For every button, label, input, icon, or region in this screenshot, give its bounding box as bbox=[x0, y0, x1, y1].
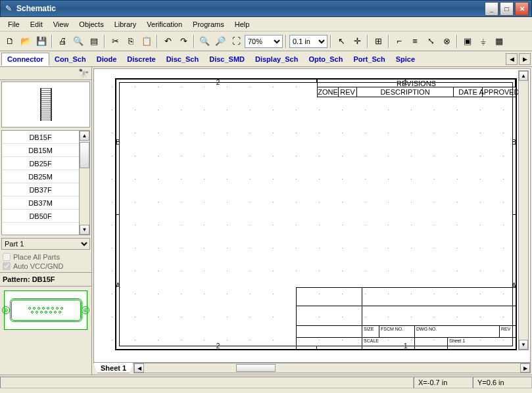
canvas-hscroll: Sheet 1 ◀ ▶ bbox=[93, 363, 531, 373]
binoculars-icon[interactable]: 🔭 bbox=[78, 68, 89, 78]
crosshair-icon[interactable]: ✛ bbox=[350, 34, 364, 49]
part-dropdown[interactable]: Part 1 bbox=[1, 238, 90, 250]
list-item[interactable]: DB15F bbox=[2, 131, 79, 144]
place-all-check[interactable]: Place All Parts bbox=[3, 252, 89, 262]
part-preview bbox=[1, 81, 90, 127]
zoom-window-icon[interactable]: ⛶ bbox=[229, 34, 243, 49]
options: Place All Parts Auto VCC/GND bbox=[0, 251, 91, 272]
menu-file[interactable]: File bbox=[3, 19, 25, 30]
tab-connector[interactable]: Connector bbox=[1, 53, 49, 66]
window-title: Schematic bbox=[16, 4, 483, 13]
zoom-in-icon[interactable]: 🔍 bbox=[197, 34, 212, 49]
col-label: 2 bbox=[216, 79, 220, 86]
schematic-canvas[interactable]: 2 1 2 1 B B A A REVISIONS bbox=[94, 69, 530, 362]
menu-edit[interactable]: Edit bbox=[25, 19, 48, 30]
scroll-right-icon[interactable]: ▶ bbox=[520, 363, 530, 373]
minimize-button[interactable]: _ bbox=[485, 2, 498, 16]
tab-spice[interactable]: Spice bbox=[391, 53, 420, 65]
col-label: 2 bbox=[216, 342, 220, 350]
undo-icon[interactable]: ↶ bbox=[160, 34, 175, 49]
bus-icon[interactable]: ≡ bbox=[408, 34, 422, 49]
tab-con-sch[interactable]: Con_Sch bbox=[49, 53, 91, 65]
redo-icon[interactable]: ↷ bbox=[176, 34, 191, 49]
scroll-down-icon[interactable]: ▼ bbox=[519, 340, 528, 350]
scroll-up-icon[interactable]: ▲ bbox=[80, 131, 89, 141]
list-item[interactable]: DB15M bbox=[2, 144, 79, 157]
busentry-icon[interactable]: ⤡ bbox=[423, 34, 438, 49]
wire-icon[interactable]: ⌐ bbox=[392, 34, 406, 49]
list-item[interactable]: DB37M bbox=[2, 196, 79, 210]
component-icon[interactable]: ⊞ bbox=[371, 34, 385, 49]
scroll-thumb[interactable] bbox=[80, 142, 89, 168]
auto-vcc-check[interactable]: Auto VCC/GND bbox=[3, 262, 89, 271]
preview-icon[interactable]: 🔍 bbox=[71, 34, 85, 49]
tab-opto-sch[interactable]: Opto_Sch bbox=[303, 53, 348, 65]
zoom-select[interactable]: 70% bbox=[245, 35, 283, 48]
sheet-tab[interactable]: Sheet 1 bbox=[93, 363, 133, 373]
zoom-out-icon[interactable]: 🔎 bbox=[213, 34, 228, 49]
grid-select[interactable]: 0.1 in bbox=[289, 35, 327, 48]
list-item[interactable]: DB50F bbox=[2, 210, 79, 223]
list-item[interactable]: DB25M bbox=[2, 170, 79, 183]
copy-icon[interactable]: ⎘ bbox=[124, 34, 138, 49]
status-bar: X=-0.7 in Y=0.6 in bbox=[0, 375, 532, 389]
part-select: Part 1 bbox=[1, 238, 90, 250]
status-message bbox=[0, 377, 414, 388]
open-icon[interactable]: 📂 bbox=[18, 34, 33, 49]
row-label: B bbox=[512, 139, 516, 146]
menu-objects[interactable]: Objects bbox=[74, 19, 109, 30]
tab-disc-sch[interactable]: Disc_Sch bbox=[161, 53, 205, 65]
tab-scroll-left-icon[interactable]: ◀ bbox=[506, 53, 518, 65]
scroll-up-icon[interactable]: ▲ bbox=[519, 71, 528, 81]
menu-help[interactable]: Help bbox=[230, 19, 255, 30]
sidebar-search: 🔭 bbox=[0, 67, 91, 80]
part-list: DB15F DB15M DB25F DB25M DB37F DB37M DB50… bbox=[1, 130, 90, 235]
tab-port-sch[interactable]: Port_Sch bbox=[348, 53, 390, 65]
maximize-button[interactable]: □ bbox=[500, 2, 514, 16]
canvas-hscrollbar[interactable]: ◀ ▶ bbox=[133, 363, 531, 373]
menu-verification[interactable]: Verification bbox=[141, 19, 187, 30]
save-icon[interactable]: 💾 bbox=[34, 34, 49, 49]
drawing-frame: 2 1 2 1 B B A A REVISIONS bbox=[115, 78, 517, 350]
row-label: A bbox=[116, 282, 120, 289]
cut-icon[interactable]: ✂ bbox=[108, 34, 122, 49]
scroll-down-icon[interactable]: ▼ bbox=[80, 225, 89, 235]
status-x: X=-0.7 in bbox=[414, 377, 473, 388]
footprint-preview: ⊕ ⊕ bbox=[4, 290, 87, 330]
new-icon[interactable]: 🗋 bbox=[3, 34, 17, 49]
menu-programs[interactable]: Programs bbox=[187, 19, 230, 30]
title-block: SIZE FSCM NO. DWG NO. REV SCALE Sheet 1 bbox=[296, 287, 516, 349]
scroll-left-icon[interactable]: ◀ bbox=[134, 363, 144, 373]
titles-icon[interactable]: ▤ bbox=[87, 34, 101, 49]
menu-library[interactable]: Library bbox=[109, 19, 142, 30]
sidebar: 🔭 DB15F DB15M DB25F DB25M DB37F DB37M DB… bbox=[0, 67, 92, 375]
sheet-icon[interactable]: ▦ bbox=[492, 34, 506, 49]
scroll-thumb[interactable] bbox=[236, 364, 276, 372]
mounting-hole-icon: ⊕ bbox=[2, 306, 10, 314]
menu-bar: File Edit View Objects Library Verificat… bbox=[0, 17, 532, 32]
tab-diode[interactable]: Diode bbox=[91, 53, 122, 65]
list-item[interactable]: DB25F bbox=[2, 157, 79, 170]
app-icon: ✎ bbox=[3, 3, 14, 14]
close-button[interactable]: ✕ bbox=[515, 2, 529, 16]
port-icon[interactable]: ▣ bbox=[460, 34, 475, 49]
power-icon[interactable]: ⏚ bbox=[476, 34, 491, 49]
pointer-icon[interactable]: ↖ bbox=[334, 34, 349, 49]
part-list-scrollbar[interactable]: ▲ ▼ bbox=[79, 131, 89, 235]
menu-view[interactable]: View bbox=[48, 19, 74, 30]
tab-scroll-right-icon[interactable]: ▶ bbox=[519, 53, 531, 65]
canvas-vscrollbar[interactable]: ▲ ▼ bbox=[518, 70, 529, 350]
tab-disc-smd[interactable]: Disc_SMD bbox=[204, 53, 250, 65]
net-icon[interactable]: ⊗ bbox=[439, 34, 454, 49]
toolbar: 🗋 📂 💾 🖨 🔍 ▤ ✂ ⎘ 📋 ↶ ↷ 🔍 🔎 ⛶ 70% 0.1 in ↖… bbox=[0, 32, 532, 51]
paste-icon[interactable]: 📋 bbox=[139, 34, 154, 49]
tab-discrete[interactable]: Discrete bbox=[122, 53, 160, 65]
tab-display-sch[interactable]: Display_Sch bbox=[250, 53, 303, 65]
library-tabs: Connector Con_Sch Diode Discrete Disc_Sc… bbox=[0, 51, 532, 67]
mounting-hole-icon: ⊕ bbox=[82, 306, 89, 314]
list-item[interactable]: DB37F bbox=[2, 183, 79, 196]
print-icon[interactable]: 🖨 bbox=[55, 34, 70, 49]
row-label: B bbox=[116, 139, 120, 146]
connector-symbol-icon bbox=[40, 88, 52, 121]
revisions-block: REVISIONS ZONE REV DESCRIPTION DATE APPR… bbox=[317, 80, 516, 97]
